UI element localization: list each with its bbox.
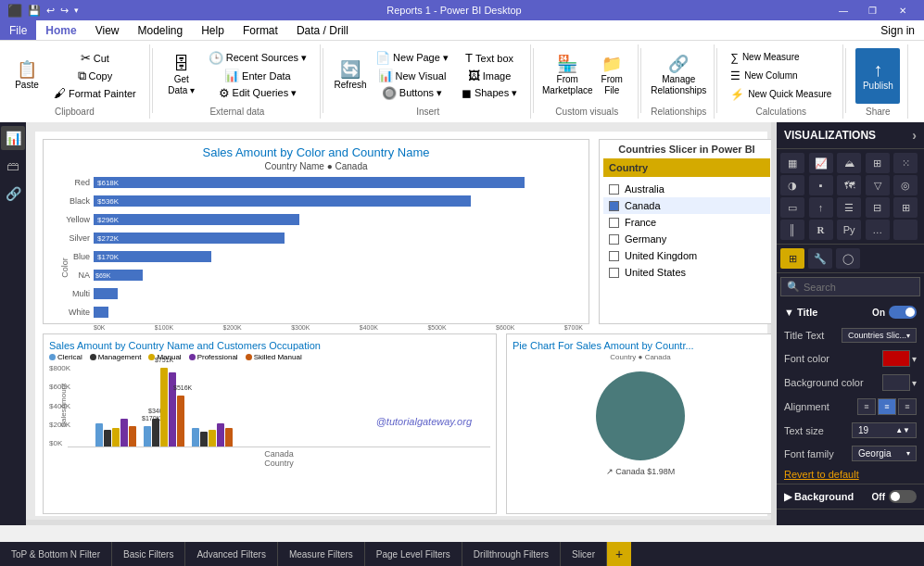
font-family-value[interactable]: Georgia ▾ xyxy=(852,446,917,461)
font-color-swatch[interactable] xyxy=(882,350,910,367)
bg-color-dropdown[interactable]: ▾ xyxy=(912,378,917,388)
new-visual-btn[interactable]: 📊 New Visual xyxy=(370,68,454,84)
quick-access-undo[interactable]: ↩ xyxy=(46,5,55,17)
slicer-item-us[interactable]: United States xyxy=(603,264,770,281)
menu-data-drill[interactable]: Data / Drill xyxy=(287,20,358,40)
viz-icon-r[interactable]: R xyxy=(809,220,833,240)
menu-help[interactable]: Help xyxy=(192,20,234,40)
viz-icon-treemap[interactable]: ▪ xyxy=(809,175,833,195)
quick-access-redo[interactable]: ↪ xyxy=(60,5,69,17)
menu-home[interactable]: Home xyxy=(36,20,85,40)
new-column-btn[interactable]: ☰ New Column xyxy=(727,68,835,84)
maximize-btn[interactable]: ❐ xyxy=(859,0,887,20)
slicer-check-australia[interactable] xyxy=(609,184,619,195)
viz-icon-table[interactable]: ⊟ xyxy=(866,197,890,218)
new-quick-measure-btn[interactable]: ⚡ New Quick Measure xyxy=(727,86,835,103)
horizontal-scrollbar[interactable] xyxy=(26,520,777,525)
viz-icon-pie[interactable]: ◑ xyxy=(780,175,804,195)
text-size-value[interactable]: 19 ▲▼ xyxy=(852,422,917,438)
search-input[interactable] xyxy=(804,282,914,293)
viz-icon-ribbon[interactable]: ⊞ xyxy=(866,153,890,173)
bg-color-swatch[interactable] xyxy=(882,374,910,391)
tab-drillthrough[interactable]: Drillthrough Filters xyxy=(462,542,561,566)
slicer-item-germany[interactable]: Germany xyxy=(603,231,770,247)
recent-sources-btn[interactable]: 🕒 Recent Sources ▾ xyxy=(203,50,312,67)
tab-top-bottom[interactable]: ToP & Bottom N Filter xyxy=(0,542,112,566)
viz-icon-kpi[interactable]: ↑ xyxy=(809,197,833,218)
edit-queries-btn[interactable]: ⚙ Edit Queries ▾ xyxy=(203,85,312,102)
viz-icon-scatter[interactable]: ⁙ xyxy=(893,153,918,173)
background-toggle-switch[interactable] xyxy=(889,490,917,503)
new-measure-btn[interactable]: ∑ New Measure xyxy=(727,49,835,66)
manage-rel-btn[interactable]: 🔗 Manage Relationships xyxy=(651,48,706,104)
model-view-btn[interactable]: 🔗 xyxy=(1,182,25,206)
menu-modeling[interactable]: Modeling xyxy=(128,20,192,40)
font-color-dropdown[interactable]: ▾ xyxy=(912,354,917,364)
title-toggle-switch[interactable] xyxy=(889,306,917,319)
format-painter-btn[interactable]: 🖌 Format Painter xyxy=(48,85,142,102)
viz-icon-card[interactable]: ▭ xyxy=(780,197,804,218)
panel-arrow[interactable]: › xyxy=(912,128,917,143)
viz-icon-bar[interactable]: ▦ xyxy=(780,153,804,173)
shapes-btn[interactable]: ◼ Shapes ▾ xyxy=(456,85,523,102)
data-view-btn[interactable]: 🗃 xyxy=(1,154,25,178)
align-center[interactable]: ≡ xyxy=(878,398,896,415)
slicer-item-australia[interactable]: Australia xyxy=(603,181,770,197)
menu-view[interactable]: View xyxy=(86,20,129,40)
menu-file[interactable]: File xyxy=(0,20,36,40)
align-right[interactable]: ≡ xyxy=(898,398,917,415)
viz-icon-matrix[interactable]: ⊞ xyxy=(893,197,918,218)
text-box-btn[interactable]: T Text box xyxy=(456,50,523,67)
tab-slicer[interactable]: Slicer xyxy=(561,542,607,566)
search-box[interactable]: 🔍 xyxy=(780,277,920,296)
enter-data-btn[interactable]: 📊 Enter Data xyxy=(203,68,312,84)
font-color-control[interactable]: ▾ xyxy=(882,350,917,367)
minimize-btn[interactable]: — xyxy=(829,0,857,20)
slicer-check-france[interactable] xyxy=(609,218,619,228)
cut-btn[interactable]: ✂ Cut xyxy=(48,50,142,67)
viz-tool-fields[interactable]: 🔧 xyxy=(808,248,832,269)
tab-advanced[interactable]: Advanced Filters xyxy=(185,542,277,566)
title-section-header[interactable]: ▼ Title On xyxy=(777,300,924,324)
sign-in[interactable]: Sign in xyxy=(871,20,924,40)
slicer-check-us[interactable] xyxy=(609,268,619,278)
new-page-btn[interactable]: 📄 New Page ▾ xyxy=(370,50,454,67)
chart-bottom-right[interactable]: Pie Chart For Sales Amount by Countr... … xyxy=(506,333,775,514)
quick-access-save[interactable]: 💾 xyxy=(28,5,41,17)
slicer-panel[interactable]: Countries Slicer in Power BI Country Aus… xyxy=(599,139,775,324)
slicer-item-canada[interactable]: Canada xyxy=(603,197,770,214)
viz-icon-area[interactable]: ⛰ xyxy=(837,153,861,173)
revert-link[interactable]: Revert to default xyxy=(777,465,924,484)
slicer-check-germany[interactable] xyxy=(609,234,619,245)
viz-icon-more[interactable]: … xyxy=(866,220,890,240)
tab-basic[interactable]: Basic Filters xyxy=(112,542,185,566)
buttons-btn[interactable]: 🔘 Buttons ▾ xyxy=(370,85,454,102)
viz-icon-slicer[interactable]: ☰ xyxy=(837,197,861,218)
viz-icon-python[interactable]: Py xyxy=(837,220,861,240)
paste-btn[interactable]: 📋 Paste xyxy=(7,48,46,104)
from-file-btn[interactable]: 📁 From File xyxy=(593,48,630,104)
viz-icon-waterfall[interactable]: ║ xyxy=(780,220,804,240)
background-section-header[interactable]: ▶ Background Off xyxy=(777,484,924,509)
title-toggle[interactable]: On xyxy=(872,306,917,319)
bar-chart-top[interactable]: Sales Amount by Color and Country Name C… xyxy=(43,139,589,324)
from-marketplace-btn[interactable]: 🏪 From Marketplace xyxy=(543,48,591,104)
get-data-btn[interactable]: 🗄 GetData ▾ xyxy=(162,48,201,104)
add-tab-btn[interactable]: + xyxy=(607,542,631,566)
report-view-btn[interactable]: 📊 xyxy=(1,126,25,150)
align-left[interactable]: ≡ xyxy=(857,398,876,415)
tab-page-level[interactable]: Page Level Filters xyxy=(365,542,462,566)
slicer-item-uk[interactable]: United Kingdom xyxy=(603,247,770,264)
viz-icon-funnel[interactable]: ▽ xyxy=(866,175,890,195)
close-btn[interactable]: ✕ xyxy=(889,0,917,20)
title-text-value[interactable]: Countries Slic... ▾ xyxy=(842,328,917,343)
refresh-btn[interactable]: 🔄 Refresh xyxy=(333,48,368,104)
tab-measure[interactable]: Measure Filters xyxy=(278,542,365,566)
publish-btn[interactable]: ↑ Publish xyxy=(855,48,900,104)
copy-btn[interactable]: ⧉ Copy xyxy=(48,68,142,84)
quick-access-dropdown[interactable]: ▾ xyxy=(74,6,79,15)
menu-format[interactable]: Format xyxy=(234,20,287,40)
slicer-item-france[interactable]: France xyxy=(603,214,770,231)
chart-bottom-left[interactable]: Sales Amount by Country Name and Custome… xyxy=(43,333,497,514)
slicer-check-canada[interactable] xyxy=(609,201,619,211)
